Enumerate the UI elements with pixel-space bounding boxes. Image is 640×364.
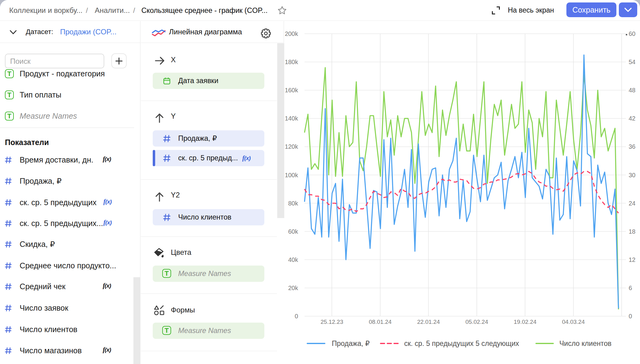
svg-text:48: 48 [629, 87, 635, 94]
svg-text:120k: 120k [285, 143, 298, 150]
svg-text:12: 12 [629, 256, 635, 263]
svg-text:60: 60 [629, 30, 635, 37]
svg-text:140k: 140k [285, 115, 298, 122]
svg-text:19.02.24: 19.02.24 [514, 319, 536, 325]
svg-text:6: 6 [629, 285, 632, 291]
svg-text:36: 36 [629, 143, 635, 150]
svg-text:40k: 40k [288, 256, 298, 263]
svg-text:Продажа, ₽: Продажа, ₽ [332, 339, 370, 347]
svg-text:80k: 80k [288, 200, 298, 207]
svg-text:05.02.24: 05.02.24 [466, 319, 488, 325]
svg-text:30: 30 [629, 172, 635, 178]
svg-text:24: 24 [629, 200, 635, 207]
svg-text:25.12.23: 25.12.23 [320, 319, 343, 325]
svg-text:160k: 160k [285, 87, 298, 94]
svg-text:22.01.24: 22.01.24 [417, 319, 440, 325]
svg-text:42: 42 [629, 115, 635, 122]
svg-text:ск. ср. 5 предыдущих 5 следующ: ск. ср. 5 предыдущих 5 следующих [404, 339, 519, 347]
svg-text:18: 18 [629, 228, 635, 235]
svg-text:180k: 180k [285, 59, 298, 65]
svg-text:60k: 60k [288, 228, 298, 235]
svg-text:08.01.24: 08.01.24 [369, 319, 392, 325]
svg-text:54: 54 [629, 59, 635, 65]
svg-text:100k: 100k [285, 172, 298, 178]
svg-text:20k: 20k [288, 285, 298, 291]
svg-text:0: 0 [629, 313, 632, 320]
svg-text:04.03.24: 04.03.24 [562, 319, 585, 325]
svg-text:0: 0 [295, 313, 298, 320]
svg-text:Число клиентов: Число клиентов [559, 339, 611, 347]
svg-text:200k: 200k [285, 30, 298, 37]
